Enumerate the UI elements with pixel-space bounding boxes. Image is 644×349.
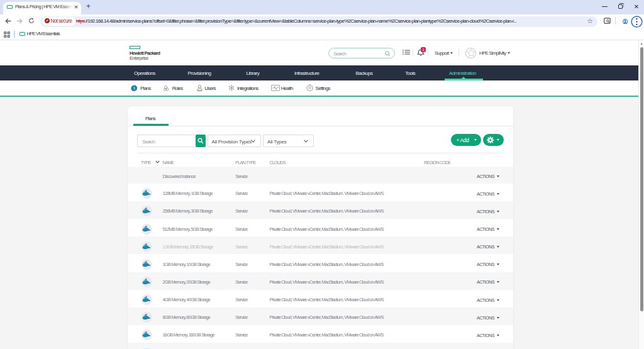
svg-text:$: $ [133, 87, 135, 90]
